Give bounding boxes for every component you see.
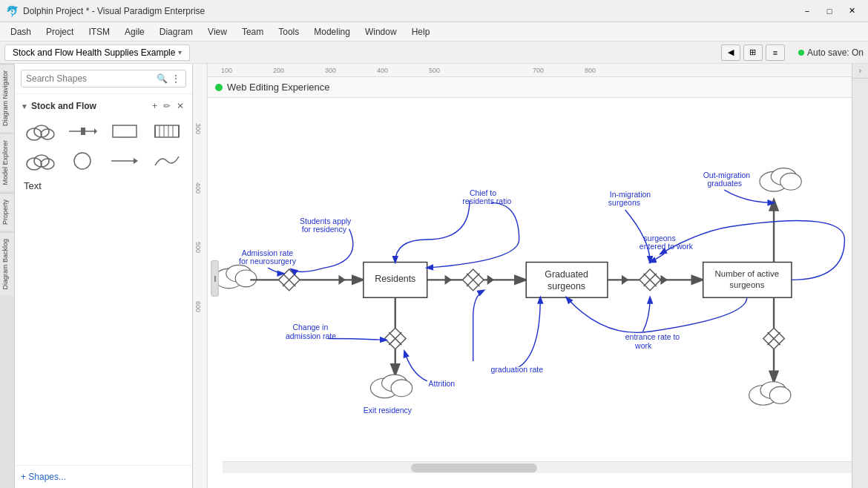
breadcrumb-bar: Stock and Flow Health Supplies Example ▾… <box>0 42 868 64</box>
menu-item-modeling[interactable]: Modeling <box>306 25 358 39</box>
shape-rectangle[interactable] <box>105 118 145 145</box>
label-exit-residency: Exit residency <box>364 406 412 415</box>
menu-item-agile[interactable]: Agile <box>117 25 152 39</box>
svg-point-18 <box>74 153 91 169</box>
menu-item-window[interactable]: Window <box>358 25 404 39</box>
svg-rect-7 <box>113 125 137 137</box>
label-surgeons-entered: surgeons <box>644 234 676 243</box>
label-entrance-rate: entrance rate to <box>625 333 680 341</box>
label-in-migration: In-migration <box>610 191 651 199</box>
sidebar-tab-property[interactable]: Property <box>0 193 14 231</box>
shape-flow-connector[interactable] <box>63 118 102 145</box>
svg-marker-20 <box>134 158 138 164</box>
vertical-ruler: 300 400 500 600 <box>193 64 208 488</box>
side-panel: 🔍 ⋮ ▼ Stock and Flow + ✏ ✕ <box>15 64 193 488</box>
menu-item-team[interactable]: Team <box>234 25 271 39</box>
section-edit-btn[interactable]: ✏ <box>161 100 173 112</box>
svg-marker-6 <box>94 128 97 134</box>
window-controls: − □ ✕ <box>797 4 862 19</box>
breadcrumb-close-icon[interactable]: ▾ <box>178 48 182 56</box>
section-close-btn[interactable]: ✕ <box>174 100 186 112</box>
svg-text:Residents: Residents <box>375 274 415 284</box>
toolbar-btn-3[interactable]: ≡ <box>766 44 785 61</box>
svg-text:entered to work: entered to work <box>640 243 694 251</box>
shapes-grid: Text <box>18 115 189 197</box>
right-panel-toggle[interactable]: › <box>852 64 868 79</box>
diagram-svg[interactable]: Residents Graduated surgeons <box>208 98 852 473</box>
ruler-tick-v-400: 400 <box>194 182 202 194</box>
left-side-tabs: Diagram Navigator Model Explorer Propert… <box>0 64 15 488</box>
web-editing-banner: Web Editing Experience <box>208 77 852 98</box>
canvas-area[interactable]: 100 200 300 400 500 700 800 300 400 500 … <box>193 64 852 488</box>
ruler-tick-100: 100 <box>221 67 232 74</box>
svg-text:surgeons: surgeons <box>729 280 764 289</box>
label-students-apply: Students apply <box>300 217 352 225</box>
section-title: Stock and Flow <box>31 101 96 111</box>
shape-section-header[interactable]: ▼ Stock and Flow + ✏ ✕ <box>18 97 189 115</box>
maximize-button[interactable]: □ <box>819 4 840 19</box>
search-input[interactable] <box>26 73 154 84</box>
ruler-tick-300: 300 <box>325 67 336 74</box>
toolbar-btn-2[interactable]: ⊞ <box>743 44 763 61</box>
section-collapse-icon: ▼ <box>21 102 28 111</box>
menubar: DashProjectITSMAgileDiagramViewTeamTools… <box>0 22 868 42</box>
label-graduation-rate: graduation rate <box>491 366 544 374</box>
svg-point-69 <box>769 386 791 403</box>
svg-text:surgeons: surgeons <box>548 281 585 291</box>
label-admission-rate: Admission rate <box>242 249 294 257</box>
toolbar-btn-1[interactable]: ◀ <box>721 44 740 61</box>
close-button[interactable]: ✕ <box>841 4 862 19</box>
shapes-panel: ▼ Stock and Flow + ✏ ✕ <box>15 94 192 465</box>
label-chief-ratio: Chief to <box>470 189 496 197</box>
menu-item-itsm[interactable]: ITSM <box>81 25 117 39</box>
menu-item-tools[interactable]: Tools <box>271 25 306 39</box>
shape-hatched-rect[interactable] <box>147 118 186 145</box>
ruler-tick-800: 800 <box>585 67 596 74</box>
ruler-tick-v-600: 600 <box>194 301 202 312</box>
shape-cloud[interactable] <box>21 118 60 145</box>
minimize-button[interactable]: − <box>797 4 818 19</box>
shape-curve[interactable] <box>147 148 186 174</box>
svg-point-53 <box>780 173 802 190</box>
menu-item-diagram[interactable]: Diagram <box>152 25 200 39</box>
add-shapes-label: + Shapes... <box>21 472 66 482</box>
sidebar-tab-diagram-backlog[interactable]: Diagram Backlog <box>0 232 14 296</box>
ruler-tick-v-300: 300 <box>194 123 202 134</box>
svg-text:graduates: graduates <box>707 179 742 188</box>
sidebar-tab-model-explorer[interactable]: Model Explorer <box>0 133 14 191</box>
shape-circle[interactable] <box>63 148 102 174</box>
search-options-icon[interactable]: ⋮ <box>171 73 181 85</box>
ruler-tick-200: 200 <box>273 67 284 74</box>
autosave-dot <box>798 50 804 56</box>
autosave-label: Auto save: On <box>807 47 864 58</box>
section-actions: + ✏ ✕ <box>150 100 186 112</box>
menu-item-project[interactable]: Project <box>39 25 81 39</box>
diagram-canvas[interactable]: Web Editing Experience <box>208 77 852 473</box>
svg-rect-8 <box>155 125 179 137</box>
app-icon: 🐬 <box>6 5 19 17</box>
shape-search-area: 🔍 ⋮ <box>15 64 192 94</box>
breadcrumb-tab[interactable]: Stock and Flow Health Supplies Example ▾ <box>4 44 190 61</box>
shape-text-item[interactable]: Text <box>21 177 186 194</box>
right-panel: › <box>852 64 868 488</box>
shape-cloud2[interactable] <box>21 148 60 174</box>
main-layout: Diagram Navigator Model Explorer Propert… <box>0 64 868 488</box>
scrollbar-thumb[interactable] <box>411 464 537 472</box>
section-add-btn[interactable]: + <box>150 100 160 112</box>
shape-arrow-line[interactable] <box>105 148 145 174</box>
ruler-tick-500: 500 <box>429 67 440 74</box>
sidebar-tab-diagram-navigator[interactable]: Diagram Navigator <box>0 64 14 132</box>
menu-item-view[interactable]: View <box>200 25 234 39</box>
horizontal-scrollbar[interactable] <box>223 461 852 473</box>
search-box: 🔍 ⋮ <box>21 70 186 88</box>
svg-text:for residency: for residency <box>302 225 347 234</box>
menu-item-help[interactable]: Help <box>404 25 438 39</box>
menu-item-dash[interactable]: Dash <box>3 25 39 39</box>
svg-text:residents ratio: residents ratio <box>462 197 511 205</box>
shape-text-label: Text <box>24 180 42 191</box>
ruler-tick-700: 700 <box>533 67 544 74</box>
svg-text:surgeons: surgeons <box>608 199 640 207</box>
titlebar: 🐬 Dolphin Project * - Visual Paradigm En… <box>0 0 868 22</box>
search-icon: 🔍 <box>157 73 168 84</box>
add-shapes-button[interactable]: + Shapes... <box>15 465 192 488</box>
